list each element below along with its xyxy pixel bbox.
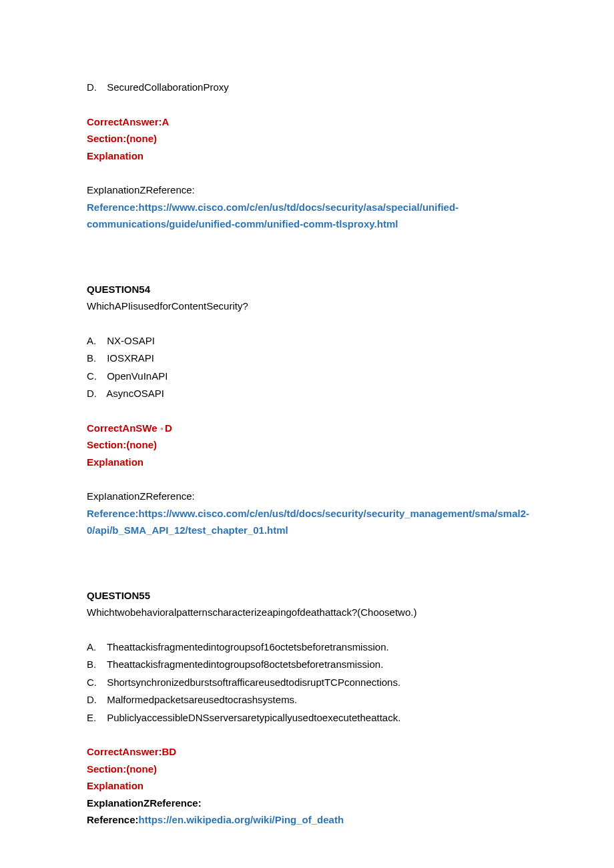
option-text: IOSXRAPI (107, 352, 154, 364)
option-text: Malformedpacketsareusedtocrashsystems. (107, 694, 297, 705)
option-text: SecuredCollaborationProxy (107, 81, 229, 93)
options-list: A. NX-OSAPI B. IOSXRAPI C. OpenVuInAPI D… (87, 332, 527, 402)
option-text: OpenVuInAPI (107, 370, 168, 382)
reference-link[interactable]: Reference:https://www.cisco.com/c/en/us/… (87, 505, 527, 539)
option-letter: C. (87, 674, 104, 691)
option-letter: D. (87, 691, 104, 709)
answer-meta: CorrectAnswer:BD Section:(none) Explanat… (87, 743, 527, 829)
glyph-icon: ⸰ (160, 424, 165, 434)
partial-answer-block: D. SecuredCollaborationProxy CorrectAnsw… (87, 79, 527, 233)
option-letter: A. (87, 638, 104, 656)
correct-answer: CorrectAnswer:A (87, 113, 527, 131)
option-text: PubliclyaccessibleDNSserversaretypically… (107, 712, 400, 723)
explanation-label: Explanation (87, 454, 527, 471)
option-b: B. IOSXRAPI (87, 350, 527, 367)
options-list: A. Theattackisfragmentedintogroupsof16oc… (87, 638, 527, 727)
question-prompt: WhichAPIisusedforContentSecurity? (87, 298, 527, 315)
option-c: C. Shortsynchronizedburstsoftrafficareus… (87, 674, 527, 691)
option-d: D. SecuredCollaborationProxy (87, 79, 527, 96)
option-letter: D. (87, 79, 104, 96)
correct-answer: CorrectAnswer:BD (87, 743, 527, 761)
option-c: C. OpenVuInAPI (87, 368, 527, 385)
option-text: Theattackisfragmentedintogroupsof8octets… (107, 659, 383, 670)
option-letter: B. (87, 350, 104, 367)
option-letter: A. (87, 332, 104, 350)
correct-answer: CorrectAnSWe ⸰ D (87, 420, 527, 437)
option-text: Theattackisfragmentedintogroupsof16octet… (107, 641, 389, 653)
option-letter: E. (87, 709, 104, 727)
question-prompt: Whichtwobehavioralpatternscharacterizeap… (87, 604, 527, 621)
option-text: Shortsynchronizedburstsoftrafficareusedt… (107, 677, 400, 688)
option-d: D. Malformedpacketsareusedtocrashsystems… (87, 691, 527, 709)
reference-link[interactable]: https://en.wikipedia.org/wiki/Ping_of_de… (139, 814, 344, 825)
option-text: AsyncOSAPI (106, 388, 164, 399)
question-55: QUESTION55 Whichtwobehavioralpatternscha… (87, 587, 527, 829)
option-text: NX-OSAPI (107, 335, 155, 346)
section: Section:(none) (87, 436, 527, 454)
question-54: QUESTION54 WhichAPIisusedforContentSecur… (87, 281, 527, 539)
explanation-reference-label: ExpIanationZReference: (87, 488, 527, 505)
reference-link[interactable]: Reference:https://www.cisco.com/c/en/us/… (87, 199, 527, 233)
option-letter: C. (87, 368, 104, 385)
option-a: A. Theattackisfragmentedintogroupsof16oc… (87, 638, 527, 656)
question-heading: QUESTION55 (87, 587, 527, 604)
correct-suffix: D (165, 422, 172, 434)
option-a: A. NX-OSAPI (87, 332, 527, 350)
explanation-label: Explanation (87, 147, 527, 165)
explanation-label: Explanation (87, 777, 527, 795)
explanation-reference-label: ExpIanationZReference: (87, 795, 527, 812)
option-b: B. Theattackisfragmentedintogroupsof8oct… (87, 656, 527, 673)
reference-line: Reference:https://en.wikipedia.org/wiki/… (87, 811, 527, 829)
reference-prefix: Reference: (87, 814, 139, 825)
answer-meta: CorrectAnswer:A Section:(none) Explanati… (87, 113, 527, 165)
option-letter: B. (87, 656, 104, 673)
question-heading: QUESTION54 (87, 281, 527, 298)
option-e: E. PubliclyaccessibleDNSserversaretypica… (87, 709, 527, 727)
option-d: D. AsyncOSAPI (87, 385, 527, 402)
option-letter: D. (87, 385, 104, 402)
section: Section:(none) (87, 761, 527, 778)
explanation-reference-label: ExpIanationZReference: (87, 181, 527, 199)
answer-meta: CorrectAnSWe ⸰ D Section:(none) Explanat… (87, 420, 527, 471)
correct-prefix: CorrectAnSWe (87, 422, 158, 434)
section: Section:(none) (87, 130, 527, 147)
